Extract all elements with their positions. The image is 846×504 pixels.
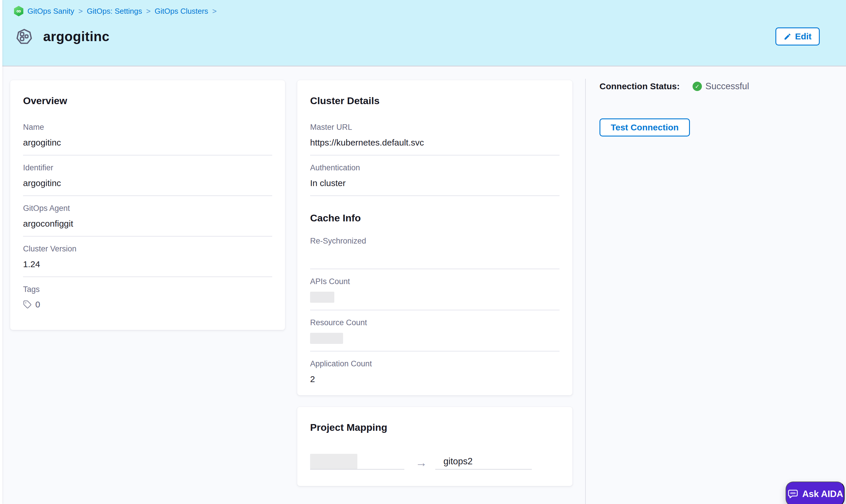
apis-count-redacted-value: [310, 292, 334, 303]
gitops-icon: ∞: [14, 6, 23, 16]
breadcrumb: ∞ GitOps Sanity > GitOps: Settings > Git…: [14, 6, 217, 16]
field-gitops-agent-label: GitOps Agent: [23, 203, 272, 213]
field-resource-count: Resource Count: [310, 310, 559, 352]
connection-status-row: Connection Status: ✓ Successful: [599, 81, 749, 92]
gitops-cluster-detail-page: ∞ GitOps Sanity > GitOps: Settings > Git…: [0, 0, 846, 504]
field-identifier-label: Identifier: [23, 163, 272, 173]
project-mapping-card-title: Project Mapping: [310, 421, 559, 433]
ask-aida-button[interactable]: Ask AIDA: [786, 482, 845, 504]
field-master-url: Master URL https://kubernetes.default.sv…: [310, 115, 559, 156]
field-apis-count: APIs Count: [310, 269, 559, 310]
field-resynchronized-value: [310, 251, 559, 262]
field-resynchronized-label: Re-Sychronized: [310, 236, 559, 246]
cluster-details-card-title: Cluster Details: [310, 95, 559, 106]
success-check-icon: ✓: [692, 82, 702, 91]
field-name-value: argogitinc: [23, 137, 272, 148]
connection-status-value: Successful: [705, 81, 749, 92]
cluster-details-card: Cluster Details Master URL https://kuber…: [297, 80, 573, 396]
field-gitops-agent: GitOps Agent argoconfiggit: [23, 196, 272, 236]
field-cluster-version-value: 1.24: [23, 259, 272, 270]
content-divider: [585, 79, 586, 504]
field-authentication: Authentication In cluster: [310, 156, 559, 196]
cluster-icon: [16, 28, 33, 45]
connection-status-label: Connection Status:: [599, 82, 680, 91]
field-identifier: Identifier argogitinc: [23, 156, 272, 196]
field-gitops-agent-value: argoconfiggit: [23, 218, 272, 229]
field-master-url-label: Master URL: [310, 123, 559, 132]
breadcrumb-gitops-clusters[interactable]: GitOps Clusters: [155, 7, 208, 16]
field-resynchronized: Re-Sychronized: [310, 229, 559, 269]
field-name: Name argogitinc: [23, 115, 272, 156]
field-master-url-value: https://kubernetes.default.svc: [310, 137, 559, 148]
field-authentication-label: Authentication: [310, 163, 559, 173]
breadcrumb-separator: >: [146, 7, 150, 16]
tags-count: 0: [35, 300, 40, 309]
overview-card-title: Overview: [23, 95, 272, 106]
field-cluster-version: Cluster Version 1.24: [23, 236, 272, 277]
field-tags: Tags 0: [23, 277, 272, 317]
project-mapping-row: → gitops2: [310, 454, 559, 470]
page-header: ∞ GitOps Sanity > GitOps: Settings > Git…: [2, 0, 846, 67]
pencil-icon: [784, 33, 791, 40]
mapping-target-field[interactable]: gitops2: [435, 454, 532, 470]
test-connection-button[interactable]: Test Connection: [599, 119, 690, 137]
mapping-source-field[interactable]: [310, 454, 404, 470]
overview-card: Overview Name argogitinc Identifier argo…: [10, 80, 285, 330]
resource-count-redacted-value: [310, 333, 343, 344]
edit-button[interactable]: Edit: [775, 28, 820, 46]
breadcrumb-separator: >: [78, 7, 83, 16]
field-identifier-value: argogitinc: [23, 178, 272, 188]
field-apis-count-label: APIs Count: [310, 277, 559, 286]
chat-bubble-icon: [787, 488, 799, 500]
mapping-arrow-icon: →: [415, 457, 427, 468]
breadcrumb-gitops-sanity[interactable]: GitOps Sanity: [28, 7, 74, 16]
title-row: argogitinc: [16, 28, 109, 45]
breadcrumb-separator: >: [212, 7, 217, 16]
field-application-count-label: Application Count: [310, 359, 559, 368]
field-authentication-value: In cluster: [310, 178, 559, 188]
tag-icon: [23, 300, 32, 309]
nav-gutter: [0, 0, 2, 504]
ask-aida-label: Ask AIDA: [802, 489, 843, 499]
field-application-count: Application Count 2: [310, 352, 559, 392]
page-title: argogitinc: [43, 29, 109, 44]
breadcrumb-gitops-settings[interactable]: GitOps: Settings: [87, 7, 142, 16]
field-name-label: Name: [23, 123, 272, 132]
project-mapping-card: Project Mapping → gitops2: [297, 407, 573, 486]
field-application-count-value: 2: [310, 374, 559, 384]
mapping-source-redacted-value: [310, 454, 357, 469]
edit-button-label: Edit: [795, 32, 812, 41]
field-resource-count-label: Resource Count: [310, 318, 559, 327]
cache-info-section-title: Cache Info: [310, 212, 559, 224]
field-tags-label: Tags: [23, 285, 272, 294]
field-cluster-version-label: Cluster Version: [23, 244, 272, 253]
